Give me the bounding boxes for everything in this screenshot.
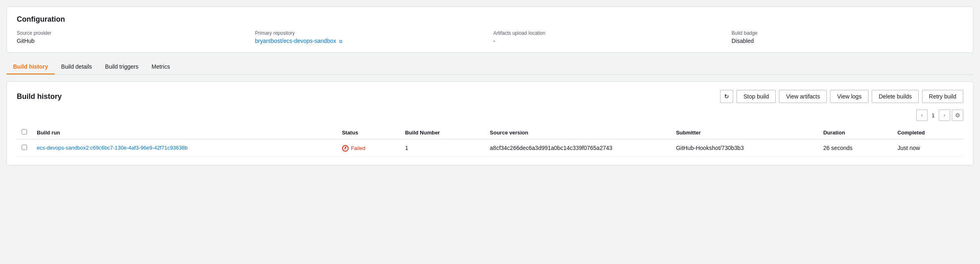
status-failed: ✗ Failed (342, 145, 365, 152)
table-settings-button[interactable]: ⚙ (952, 110, 963, 121)
refresh-icon: ↻ (724, 93, 729, 100)
config-title: Configuration (17, 15, 963, 24)
external-link-icon: ⧉ (339, 39, 342, 44)
col-status: Status (337, 126, 401, 139)
row-completed: Just now (893, 139, 963, 157)
tab-build-history[interactable]: Build history (7, 59, 55, 74)
build-table: Build run Status Build Number Source ver… (17, 126, 963, 157)
row-checkbox-cell (17, 139, 32, 157)
config-build-badge: Build badge Disabled (732, 30, 963, 44)
view-logs-button[interactable]: View logs (830, 90, 868, 103)
config-artifacts-location-value: - (493, 38, 725, 44)
col-submitter: Submitter (671, 126, 818, 139)
col-build-run: Build run (32, 126, 337, 139)
col-duration: Duration (818, 126, 892, 139)
col-source-version: Source version (485, 126, 671, 139)
table-body: ecs-devops-sandbox2:c69c6bc7-130e-4af3-9… (17, 139, 963, 157)
view-artifacts-button[interactable]: View artifacts (779, 90, 827, 103)
row-submitter: GitHub-Hookshot/730b3b3 (671, 139, 818, 157)
build-run-link[interactable]: ecs-devops-sandbox2:c69c6bc7-130e-4af3-9… (37, 145, 332, 151)
select-all-checkbox[interactable] (22, 129, 27, 134)
configuration-card: Configuration Source provider GitHub Pri… (7, 7, 973, 53)
row-status: ✗ Failed (337, 139, 401, 157)
tab-metrics[interactable]: Metrics (145, 59, 177, 74)
tabs-bar: Build history Build details Build trigge… (7, 59, 973, 75)
status-text: Failed (351, 145, 365, 151)
history-title: Build history (17, 92, 62, 101)
next-page-button[interactable]: › (939, 110, 950, 121)
pagination-row: ‹ 1 › ⚙ (17, 110, 963, 121)
row-build-run: ecs-devops-sandbox2:c69c6bc7-130e-4af3-9… (32, 139, 337, 157)
tab-build-details[interactable]: Build details (55, 59, 99, 74)
config-primary-repo-label: Primary repository (255, 30, 487, 36)
table-header: Build run Status Build Number Source ver… (17, 126, 963, 139)
stop-build-button[interactable]: Stop build (736, 90, 776, 103)
config-source-provider-value: GitHub (17, 38, 248, 44)
table-row: ecs-devops-sandbox2:c69c6bc7-130e-4af3-9… (17, 139, 963, 157)
config-source-provider: Source provider GitHub (17, 30, 248, 44)
config-source-provider-label: Source provider (17, 30, 248, 36)
config-build-badge-value: Disabled (732, 38, 963, 44)
failed-icon: ✗ (342, 145, 349, 152)
col-completed: Completed (893, 126, 963, 139)
refresh-button[interactable]: ↻ (720, 90, 733, 103)
config-build-badge-label: Build badge (732, 30, 963, 36)
repo-link[interactable]: bryantbost/ecs-devops-sandbox (255, 38, 336, 44)
row-checkbox[interactable] (22, 145, 27, 150)
prev-page-button[interactable]: ‹ (916, 110, 928, 121)
col-build-number: Build Number (400, 126, 485, 139)
build-history-card: Build history ↻ Stop build View artifact… (7, 81, 973, 166)
config-artifacts-location-label: Artifacts upload location (493, 30, 725, 36)
tab-build-triggers[interactable]: Build triggers (98, 59, 145, 74)
history-actions: ↻ Stop build View artifacts View logs De… (720, 90, 963, 103)
row-build-number: 1 (400, 139, 485, 157)
current-page: 1 (929, 112, 937, 119)
config-artifacts-location: Artifacts upload location - (493, 30, 725, 44)
config-primary-repo: Primary repository bryantbost/ecs-devops… (255, 30, 487, 44)
history-header: Build history ↻ Stop build View artifact… (17, 90, 963, 103)
retry-build-button[interactable]: Retry build (922, 90, 963, 103)
delete-builds-button[interactable]: Delete builds (872, 90, 919, 103)
config-grid: Source provider GitHub Primary repositor… (17, 30, 963, 44)
header-checkbox-cell (17, 126, 32, 139)
row-source-version: a8cf34c266dec6a3d991a0bc14c339f0765a2743 (485, 139, 671, 157)
row-duration: 26 seconds (818, 139, 892, 157)
config-primary-repo-value: bryantbost/ecs-devops-sandbox ⧉ (255, 38, 487, 44)
